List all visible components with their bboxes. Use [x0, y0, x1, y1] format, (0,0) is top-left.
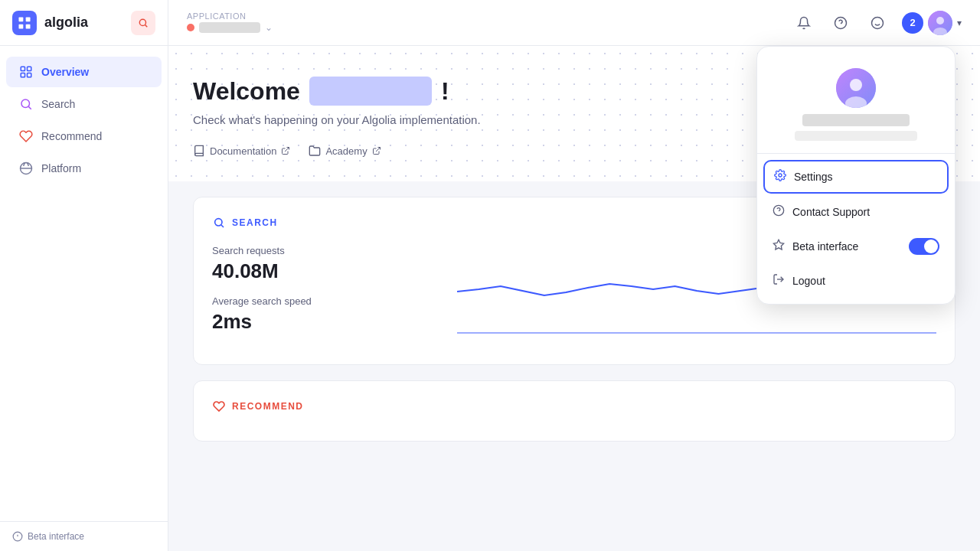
- algolia-logo-icon: [12, 11, 37, 35]
- app-selector[interactable]: Application ⌄: [187, 12, 273, 33]
- topbar: Application ⌄: [168, 0, 980, 46]
- recommend-title-row: RECOMMEND: [212, 399, 936, 413]
- svg-rect-6: [21, 67, 24, 70]
- documentation-label: Documentation: [210, 145, 276, 157]
- academy-link[interactable]: Academy: [309, 145, 381, 157]
- dropdown-avatar: [836, 68, 876, 108]
- stat-search-speed-value: 2ms: [212, 310, 442, 334]
- beta-interface-toggle[interactable]: [909, 238, 939, 255]
- sidebar-recommend-label: Recommend: [41, 130, 102, 142]
- recommend-icon: [18, 129, 34, 144]
- sidebar-item-search[interactable]: Search: [6, 89, 162, 119]
- svg-line-5: [145, 24, 148, 27]
- dropdown-contact-left: Contact Support: [773, 204, 870, 220]
- sidebar-item-recommend[interactable]: Recommend: [6, 121, 162, 152]
- svg-point-30: [779, 174, 782, 177]
- svg-rect-7: [28, 67, 31, 70]
- contact-support-label: Contact Support: [792, 206, 870, 218]
- beta-interface-label: Beta interface: [792, 240, 858, 253]
- avatar-badge-number: 2: [910, 17, 915, 28]
- svg-rect-3: [26, 24, 31, 28]
- academy-label: Academy: [325, 145, 367, 157]
- avatar-button[interactable]: 2 ▾: [902, 11, 962, 35]
- sidebar-nav: Overview Search Recommend: [0, 46, 168, 521]
- stat-search-speed-label: Average search speed: [212, 295, 442, 307]
- bell-icon-button[interactable]: [792, 11, 816, 35]
- help-icon-button[interactable]: [828, 11, 853, 35]
- dropdown-beta-interface-item[interactable]: Beta interface: [757, 229, 955, 264]
- platform-icon: [18, 161, 34, 176]
- svg-line-11: [28, 106, 31, 109]
- beta-interface-badge[interactable]: Beta interface: [12, 531, 155, 542]
- sidebar-platform-label: Platform: [41, 162, 81, 174]
- emoji-icon-button[interactable]: [865, 11, 890, 35]
- sidebar-footer: Beta interface: [0, 521, 168, 551]
- dropdown-contact-support-item[interactable]: Contact Support: [757, 195, 955, 229]
- welcome-user-name: [309, 77, 432, 106]
- sidebar-logo: algolia: [0, 0, 168, 46]
- dropdown-logout-item[interactable]: Logout: [757, 264, 955, 298]
- stat-search-requests: Search requests 40.08M: [212, 245, 442, 283]
- logo-text: algolia: [44, 15, 88, 31]
- search-section-icon: [212, 216, 226, 230]
- svg-point-10: [21, 99, 30, 108]
- app-name: [199, 22, 260, 33]
- chart-baseline: [457, 332, 936, 334]
- contact-support-icon: [773, 204, 785, 220]
- svg-line-23: [285, 148, 289, 152]
- search-section-title: SEARCH: [232, 217, 278, 228]
- academy-external-link-icon: [372, 146, 381, 155]
- stat-search-requests-value: 40.08M: [212, 259, 442, 283]
- svg-rect-9: [28, 73, 31, 77]
- overview-icon: [18, 64, 34, 80]
- dropdown-beta-left: Beta interface: [773, 239, 858, 254]
- welcome-suffix: !: [441, 77, 449, 106]
- sidebar-overview-label: Overview: [41, 66, 89, 78]
- settings-icon: [774, 169, 786, 184]
- stat-search-speed: Average search speed 2ms: [212, 295, 442, 334]
- svg-rect-1: [26, 17, 31, 21]
- svg-point-17: [872, 17, 884, 28]
- svg-rect-8: [21, 73, 24, 77]
- logout-label: Logout: [792, 275, 825, 287]
- stat-search-requests-label: Search requests: [212, 245, 442, 256]
- svg-rect-0: [19, 17, 24, 21]
- search-nav-icon: [18, 96, 34, 112]
- dropdown-user-name: [802, 114, 910, 126]
- dropdown-user-info: [757, 53, 955, 154]
- svg-point-28: [850, 79, 862, 91]
- dropdown-settings-item[interactable]: Settings: [763, 160, 949, 194]
- sidebar-search-label: Search: [41, 98, 75, 110]
- app-label: Application: [187, 12, 273, 21]
- svg-marker-33: [773, 240, 783, 249]
- recommend-stats-section: RECOMMEND: [193, 380, 956, 442]
- app-chevron-icon: ⌄: [265, 22, 273, 33]
- dropdown-user-email: [795, 131, 917, 141]
- dropdown-chevron-icon: ▾: [957, 18, 962, 28]
- beta-interface-icon: [773, 239, 785, 254]
- svg-point-25: [215, 219, 222, 226]
- logout-icon: [773, 273, 785, 289]
- search-icon-button[interactable]: [131, 11, 155, 35]
- app-dot: [187, 24, 194, 31]
- welcome-prefix: Welcome: [193, 77, 300, 106]
- avatar: [928, 11, 952, 35]
- documentation-link[interactable]: Documentation: [193, 145, 290, 157]
- beta-badge-label: Beta interface: [28, 531, 84, 542]
- dropdown-logout-left: Logout: [773, 273, 825, 289]
- svg-line-26: [221, 225, 224, 227]
- sidebar-item-overview[interactable]: Overview: [6, 57, 162, 87]
- svg-point-4: [139, 19, 145, 25]
- svg-line-24: [376, 148, 381, 152]
- user-dropdown-menu: Settings Contact Support Beta interface: [756, 46, 956, 305]
- topbar-right: 2 ▾: [792, 11, 962, 35]
- sidebar-item-platform[interactable]: Platform: [6, 153, 162, 184]
- recommend-section-icon: [212, 399, 226, 413]
- svg-point-21: [936, 17, 944, 24]
- external-link-icon: [281, 146, 290, 155]
- recommend-section-title: RECOMMEND: [232, 401, 304, 412]
- dropdown-settings-left: Settings: [774, 169, 833, 184]
- svg-rect-2: [19, 24, 24, 28]
- search-title-row: SEARCH: [212, 216, 278, 230]
- sidebar: algolia Overview: [0, 0, 168, 551]
